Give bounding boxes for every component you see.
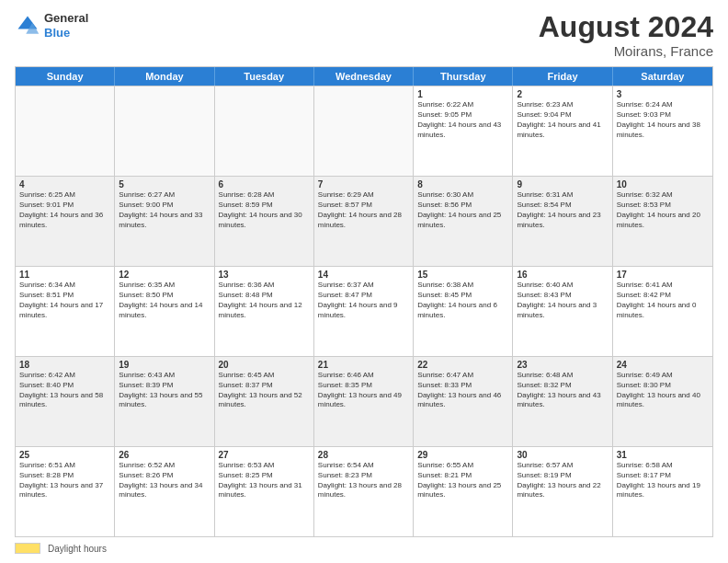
cal-cell-w5-d2: 26Sunrise: 6:52 AM Sunset: 8:26 PM Dayli… — [115, 447, 214, 536]
header-wednesday: Wednesday — [314, 67, 414, 86]
cell-sun-info: Sunrise: 6:41 AM Sunset: 8:42 PM Dayligh… — [617, 281, 709, 320]
cal-cell-w2-d2: 5Sunrise: 6:27 AM Sunset: 9:00 PM Daylig… — [115, 177, 214, 266]
cell-sun-info: Sunrise: 6:47 AM Sunset: 8:33 PM Dayligh… — [417, 371, 508, 410]
cell-sun-info: Sunrise: 6:37 AM Sunset: 8:47 PM Dayligh… — [318, 281, 409, 320]
day-number: 31 — [617, 450, 709, 460]
daylight-label: Daylight hours — [48, 544, 107, 554]
day-number: 13 — [219, 270, 310, 280]
day-number: 4 — [19, 179, 110, 190]
cal-cell-w1-d3 — [215, 86, 314, 176]
logo-blue-text: Blue — [44, 26, 70, 40]
cal-cell-w4-d4: 21Sunrise: 6:46 AM Sunset: 8:35 PM Dayli… — [314, 357, 414, 446]
day-number: 25 — [19, 450, 110, 460]
cell-sun-info: Sunrise: 6:46 AM Sunset: 8:35 PM Dayligh… — [318, 371, 409, 410]
day-number: 22 — [417, 360, 508, 370]
cal-cell-w3-d3: 13Sunrise: 6:36 AM Sunset: 8:48 PM Dayli… — [215, 267, 314, 356]
page: General Blue August 2024 Moirans, France… — [0, 0, 728, 563]
cal-week-4: 18Sunrise: 6:42 AM Sunset: 8:40 PM Dayli… — [16, 356, 712, 446]
day-number: 29 — [417, 450, 508, 460]
cal-cell-w1-d2 — [115, 86, 214, 176]
day-number: 24 — [617, 360, 709, 370]
day-number: 21 — [318, 360, 409, 370]
cal-cell-w4-d2: 19Sunrise: 6:43 AM Sunset: 8:39 PM Dayli… — [115, 357, 214, 446]
cell-sun-info: Sunrise: 6:49 AM Sunset: 8:30 PM Dayligh… — [617, 371, 709, 410]
cal-cell-w2-d4: 7Sunrise: 6:29 AM Sunset: 8:57 PM Daylig… — [314, 177, 414, 266]
cal-cell-w4-d7: 24Sunrise: 6:49 AM Sunset: 8:30 PM Dayli… — [613, 357, 712, 446]
cell-sun-info: Sunrise: 6:45 AM Sunset: 8:37 PM Dayligh… — [219, 371, 310, 410]
day-number: 19 — [119, 360, 210, 370]
cal-cell-w2-d7: 10Sunrise: 6:32 AM Sunset: 8:53 PM Dayli… — [613, 177, 712, 266]
day-number: 5 — [119, 179, 210, 190]
cell-sun-info: Sunrise: 6:53 AM Sunset: 8:25 PM Dayligh… — [219, 461, 310, 500]
cell-sun-info: Sunrise: 6:40 AM Sunset: 8:43 PM Dayligh… — [517, 281, 608, 320]
cell-sun-info: Sunrise: 6:54 AM Sunset: 8:23 PM Dayligh… — [318, 461, 409, 500]
calendar-body: 1Sunrise: 6:22 AM Sunset: 9:05 PM Daylig… — [16, 86, 712, 536]
cal-week-5: 25Sunrise: 6:51 AM Sunset: 8:28 PM Dayli… — [16, 446, 712, 536]
cal-cell-w1-d1 — [16, 86, 115, 176]
header-friday: Friday — [513, 67, 612, 86]
cell-sun-info: Sunrise: 6:31 AM Sunset: 8:54 PM Dayligh… — [517, 190, 608, 230]
cal-cell-w1-d6: 2Sunrise: 6:23 AM Sunset: 9:04 PM Daylig… — [513, 86, 612, 176]
cell-sun-info: Sunrise: 6:24 AM Sunset: 9:03 PM Dayligh… — [617, 100, 709, 140]
cell-sun-info: Sunrise: 6:27 AM Sunset: 9:00 PM Dayligh… — [119, 190, 210, 230]
day-number: 17 — [617, 270, 709, 280]
calendar-header: Sunday Monday Tuesday Wednesday Thursday… — [16, 67, 712, 86]
day-number: 16 — [517, 270, 608, 280]
day-number: 14 — [318, 270, 409, 280]
cell-sun-info: Sunrise: 6:43 AM Sunset: 8:39 PM Dayligh… — [119, 371, 210, 410]
cal-week-3: 11Sunrise: 6:34 AM Sunset: 8:51 PM Dayli… — [16, 266, 712, 356]
daylight-swatch — [15, 543, 40, 554]
cell-sun-info: Sunrise: 6:23 AM Sunset: 9:04 PM Dayligh… — [517, 100, 608, 140]
footer: Daylight hours — [15, 543, 713, 554]
day-number: 23 — [517, 360, 608, 370]
day-number: 7 — [318, 179, 409, 190]
header-monday: Monday — [115, 67, 214, 86]
day-number: 10 — [617, 179, 709, 190]
cal-cell-w5-d4: 28Sunrise: 6:54 AM Sunset: 8:23 PM Dayli… — [314, 447, 414, 536]
cell-sun-info: Sunrise: 6:30 AM Sunset: 8:56 PM Dayligh… — [417, 190, 508, 230]
logo-general-text: General — [44, 11, 88, 25]
title-block: August 2024 Moirans, France — [539, 11, 713, 59]
cell-sun-info: Sunrise: 6:35 AM Sunset: 8:50 PM Dayligh… — [119, 281, 210, 320]
calendar: Sunday Monday Tuesday Wednesday Thursday… — [15, 66, 713, 537]
day-number: 20 — [219, 360, 310, 370]
header: General Blue August 2024 Moirans, France — [15, 11, 713, 59]
cal-cell-w5-d7: 31Sunrise: 6:58 AM Sunset: 8:17 PM Dayli… — [613, 447, 712, 536]
cell-sun-info: Sunrise: 6:57 AM Sunset: 8:19 PM Dayligh… — [517, 461, 608, 500]
location-title: Moirans, France — [539, 43, 713, 59]
month-title: August 2024 — [539, 11, 713, 43]
cell-sun-info: Sunrise: 6:22 AM Sunset: 9:05 PM Dayligh… — [417, 100, 508, 140]
cell-sun-info: Sunrise: 6:29 AM Sunset: 8:57 PM Dayligh… — [318, 190, 409, 230]
cell-sun-info: Sunrise: 6:32 AM Sunset: 8:53 PM Dayligh… — [617, 190, 709, 230]
logo-text: General Blue — [44, 11, 88, 40]
cal-cell-w3-d1: 11Sunrise: 6:34 AM Sunset: 8:51 PM Dayli… — [16, 267, 115, 356]
day-number: 26 — [119, 450, 210, 460]
day-number: 6 — [219, 179, 310, 190]
cal-cell-w2-d3: 6Sunrise: 6:28 AM Sunset: 8:59 PM Daylig… — [215, 177, 314, 266]
day-number: 8 — [417, 179, 508, 190]
header-thursday: Thursday — [414, 67, 513, 86]
day-number: 3 — [617, 89, 709, 99]
day-number: 27 — [219, 450, 310, 460]
cal-week-2: 4Sunrise: 6:25 AM Sunset: 9:01 PM Daylig… — [16, 176, 712, 266]
cal-cell-w2-d1: 4Sunrise: 6:25 AM Sunset: 9:01 PM Daylig… — [16, 177, 115, 266]
cell-sun-info: Sunrise: 6:36 AM Sunset: 8:48 PM Dayligh… — [219, 281, 310, 320]
day-number: 28 — [318, 450, 409, 460]
cal-cell-w1-d7: 3Sunrise: 6:24 AM Sunset: 9:03 PM Daylig… — [613, 86, 712, 176]
cell-sun-info: Sunrise: 6:25 AM Sunset: 9:01 PM Dayligh… — [19, 190, 110, 230]
day-number: 11 — [19, 270, 110, 280]
cal-cell-w1-d5: 1Sunrise: 6:22 AM Sunset: 9:05 PM Daylig… — [414, 86, 513, 176]
cell-sun-info: Sunrise: 6:52 AM Sunset: 8:26 PM Dayligh… — [119, 461, 210, 500]
cell-sun-info: Sunrise: 6:51 AM Sunset: 8:28 PM Dayligh… — [19, 461, 110, 500]
cell-sun-info: Sunrise: 6:58 AM Sunset: 8:17 PM Dayligh… — [617, 461, 709, 500]
logo-icon — [15, 13, 40, 39]
cal-cell-w5-d3: 27Sunrise: 6:53 AM Sunset: 8:25 PM Dayli… — [215, 447, 314, 536]
cal-cell-w3-d2: 12Sunrise: 6:35 AM Sunset: 8:50 PM Dayli… — [115, 267, 214, 356]
cal-cell-w3-d7: 17Sunrise: 6:41 AM Sunset: 8:42 PM Dayli… — [613, 267, 712, 356]
cal-cell-w5-d6: 30Sunrise: 6:57 AM Sunset: 8:19 PM Dayli… — [513, 447, 612, 536]
cell-sun-info: Sunrise: 6:55 AM Sunset: 8:21 PM Dayligh… — [417, 461, 508, 500]
header-sunday: Sunday — [16, 67, 115, 86]
cal-cell-w4-d5: 22Sunrise: 6:47 AM Sunset: 8:33 PM Dayli… — [414, 357, 513, 446]
header-saturday: Saturday — [613, 67, 712, 86]
cal-cell-w2-d5: 8Sunrise: 6:30 AM Sunset: 8:56 PM Daylig… — [414, 177, 513, 266]
